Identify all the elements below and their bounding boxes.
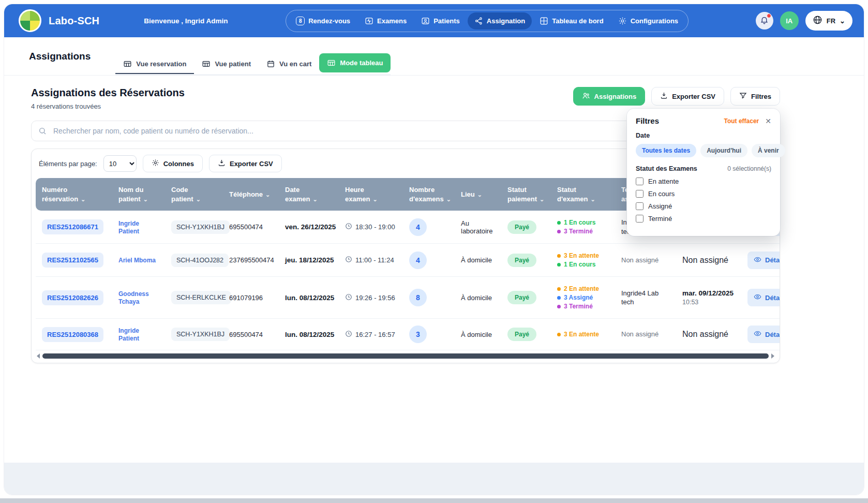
calendar-icon bbox=[266, 60, 275, 68]
nav-item-assignation[interactable]: Assignation bbox=[468, 12, 532, 29]
phone-number: 691079196 bbox=[223, 277, 279, 319]
pulse-icon bbox=[365, 17, 373, 25]
nav-item-patients[interactable]: Patients bbox=[414, 12, 467, 29]
navbar-right: IA FR ⌄ bbox=[756, 11, 852, 31]
column-header-reservation[interactable]: Numéro réservation⌄ bbox=[36, 178, 112, 211]
reservation-number[interactable]: RES2512102565 bbox=[42, 253, 103, 268]
nav-item-configurations[interactable]: Configurations bbox=[611, 12, 685, 29]
nav-item-tableau-de-bord[interactable]: Tableau de bord bbox=[533, 12, 610, 29]
status-option-assigne[interactable]: Assigné bbox=[636, 202, 771, 210]
checkbox-assigne[interactable] bbox=[636, 202, 643, 210]
location: À domicile bbox=[455, 277, 501, 319]
filters-button[interactable]: Filtres bbox=[730, 87, 780, 106]
main-nav: 8 Rendez-vous Examens Patients Assignati… bbox=[286, 10, 689, 32]
exam-status-filter-label: Statut des Examens bbox=[636, 165, 697, 172]
chevron-down-icon: ⌄ bbox=[840, 17, 845, 25]
scrollbar-thumb[interactable] bbox=[42, 353, 769, 359]
date-pill-a-venir[interactable]: À venir bbox=[752, 144, 785, 157]
subheader: Assignations Vue reservation Vue patient… bbox=[4, 37, 864, 76]
patient-name-link[interactable]: Ingride Patient bbox=[118, 220, 139, 235]
per-page-label: Éléments par page: bbox=[39, 160, 97, 168]
nav-item-rendez-vous[interactable]: 8 Rendez-vous bbox=[289, 12, 357, 29]
patient-code: SCH-ERLKCLKE bbox=[171, 291, 231, 304]
location: À domicile bbox=[455, 244, 501, 277]
phone-number: 695500474 bbox=[223, 319, 279, 350]
notifications-button[interactable] bbox=[756, 12, 773, 29]
language-selector[interactable]: FR ⌄ bbox=[805, 11, 852, 31]
funnel-icon bbox=[739, 92, 747, 101]
reservation-number[interactable]: RES2512080368 bbox=[42, 327, 103, 342]
scroll-left-arrow[interactable] bbox=[37, 353, 40, 359]
sort-icon: ⌄ bbox=[81, 196, 85, 202]
checkbox-termine[interactable] bbox=[636, 215, 643, 223]
patient-name-link[interactable]: Goodness Tchaya bbox=[118, 290, 149, 305]
table-icon bbox=[123, 60, 132, 68]
tab-mode-tableau[interactable]: Mode tableau bbox=[319, 53, 391, 72]
column-header-exam-date[interactable]: Date examen⌄ bbox=[279, 178, 339, 211]
column-header-payment-status[interactable]: Statut paiement⌄ bbox=[501, 178, 551, 211]
status-option-en-attente[interactable]: En attente bbox=[636, 177, 771, 185]
date-pill-aujourdhui[interactable]: Aujourd'hui bbox=[700, 144, 747, 157]
export-csv-button[interactable]: Exporter CSV bbox=[651, 87, 724, 106]
column-header-phone[interactable]: Téléphone⌄ bbox=[223, 178, 279, 211]
bottom-band bbox=[4, 463, 864, 495]
column-header-exam-count[interactable]: Nombre d'examens⌄ bbox=[403, 178, 455, 211]
eye-icon bbox=[754, 330, 761, 339]
column-header-patient-name[interactable]: Nom du patient⌄ bbox=[112, 178, 165, 211]
horizontal-scrollbar[interactable] bbox=[32, 350, 780, 360]
table-icon bbox=[327, 58, 336, 67]
popover-close-button[interactable]: ✕ bbox=[765, 117, 771, 125]
column-header-location[interactable]: Lieu⌄ bbox=[455, 178, 501, 211]
gear-icon bbox=[152, 159, 159, 168]
tab-vue-reservation[interactable]: Vue reservation bbox=[115, 54, 194, 74]
checkbox-en-attente[interactable] bbox=[636, 177, 643, 185]
per-page-select[interactable]: 10 bbox=[103, 155, 137, 172]
gear-icon bbox=[618, 17, 627, 25]
table-row: RES2512080368 Ingride Patient SCH-Y1XKH1… bbox=[36, 319, 780, 350]
nav-item-examens[interactable]: Examens bbox=[358, 12, 413, 29]
checkbox-en-cours[interactable] bbox=[636, 190, 643, 198]
assignations-button[interactable]: Assignations bbox=[573, 87, 646, 106]
scroll-right-arrow[interactable] bbox=[771, 353, 774, 359]
exam-count-badge: 4 bbox=[409, 252, 427, 269]
selected-count: 0 sélectionné(s) bbox=[727, 165, 771, 172]
top-navbar: Labo-SCH Bienvenue , Ingrid Admin 8 Rend… bbox=[4, 4, 864, 37]
status-option-termine[interactable]: Terminé bbox=[636, 215, 771, 223]
assigned-date-cell: mar. 09/12/2025 10:53 bbox=[676, 277, 741, 319]
details-button[interactable]: Détails bbox=[747, 326, 780, 343]
tab-vue-patient[interactable]: Vue patient bbox=[194, 54, 259, 74]
sort-icon: ⌄ bbox=[265, 191, 270, 198]
details-button[interactable]: Détails bbox=[747, 289, 780, 306]
filters-popover: Filtres Tout effacer ✕ Date Toutes les d… bbox=[627, 109, 780, 236]
brand-block: Labo-SCH bbox=[19, 9, 99, 32]
columns-button[interactable]: Colonnes bbox=[143, 155, 203, 172]
status-dot bbox=[557, 305, 561, 308]
patient-name-link[interactable]: Ariel Mboma bbox=[118, 257, 156, 264]
column-header-exam-time[interactable]: Heure examen⌄ bbox=[339, 178, 403, 211]
column-header-patient-code[interactable]: Code patient⌄ bbox=[165, 178, 223, 211]
payment-status-badge: Payé bbox=[507, 328, 536, 341]
clock-icon bbox=[345, 330, 352, 339]
reservation-number[interactable]: RES2512086671 bbox=[42, 219, 103, 234]
exam-count-badge: 4 bbox=[409, 218, 427, 236]
status-option-en-cours[interactable]: En cours bbox=[636, 190, 771, 198]
page-title: Assignations bbox=[29, 51, 91, 62]
exam-count-badge: 3 bbox=[409, 326, 427, 343]
app-window: Labo-SCH Bienvenue , Ingrid Admin 8 Rend… bbox=[4, 4, 864, 495]
date-pill-toutes-les-dates[interactable]: Toutes les dates bbox=[636, 144, 696, 157]
payment-status-badge: Payé bbox=[507, 291, 536, 304]
column-header-exam-status[interactable]: Statut d'examen⌄ bbox=[551, 178, 615, 211]
status-dot bbox=[557, 254, 561, 258]
details-button[interactable]: Détails bbox=[747, 252, 780, 269]
avatar[interactable]: IA bbox=[780, 11, 799, 30]
tab-vu-en-cart[interactable]: Vu en cart bbox=[259, 54, 319, 74]
reservation-number[interactable]: RES2512082626 bbox=[42, 290, 103, 305]
clear-all-link[interactable]: Tout effacer bbox=[724, 117, 759, 125]
exam-date: ven. 26/12/2025 bbox=[279, 211, 339, 244]
language-label: FR bbox=[827, 17, 835, 25]
export-csv-button-table[interactable]: Exporter CSV bbox=[209, 155, 282, 172]
brand-name: Labo-SCH bbox=[49, 15, 99, 27]
patient-name-link[interactable]: Ingride Patient bbox=[118, 327, 139, 342]
location: À domicile bbox=[455, 319, 501, 350]
download-icon bbox=[660, 92, 668, 101]
